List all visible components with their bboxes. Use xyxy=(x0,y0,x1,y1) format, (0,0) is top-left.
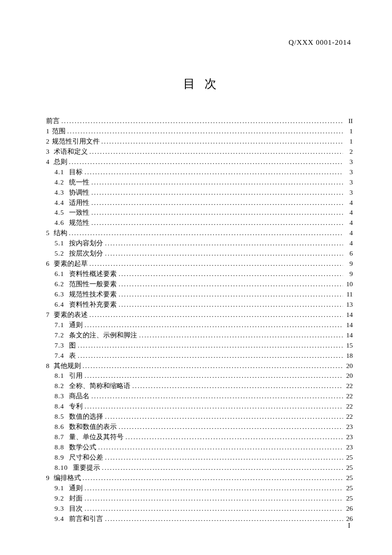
page-title: 目次 xyxy=(46,76,353,92)
toc-entry-label: 4.4适用性 xyxy=(55,198,89,208)
toc-entry-text: 规范性技术要素 xyxy=(69,290,117,298)
toc-entry-number: 8.7 xyxy=(55,432,64,442)
toc-leader-dots xyxy=(105,239,343,248)
toc-entry-page: 10 xyxy=(344,279,353,289)
toc-leader-dots xyxy=(118,269,343,279)
toc-leader-dots xyxy=(118,300,343,310)
toc-entry-page: 3 xyxy=(344,157,353,167)
toc-entry-number: 9 xyxy=(46,473,49,483)
toc-entry-page: 25 xyxy=(344,473,353,483)
toc-entry: 9.1通则25 xyxy=(46,483,353,493)
toc-entry-page: 3 xyxy=(344,177,353,187)
toc-entry-number: 8.6 xyxy=(55,422,64,432)
toc-entry: 6.3规范性技术要素11 xyxy=(46,289,353,299)
toc-leader-dots xyxy=(78,341,343,351)
toc-entry: 4.5一致性4 xyxy=(46,207,353,218)
toc-entry-number: 8.4 xyxy=(55,401,64,411)
toc-entry-page: 25 xyxy=(344,483,353,493)
toc-entry-label: 9.2封面 xyxy=(55,493,83,503)
toc-entry-number: 7.4 xyxy=(55,351,64,361)
toc-entry-text: 尺寸和公差 xyxy=(69,454,103,461)
toc-entry-text: 结构 xyxy=(54,229,67,236)
toc-entry-text: 封面 xyxy=(69,495,83,502)
toc-entry-page: 2 xyxy=(344,147,353,157)
toc-entry-text: 其他规则 xyxy=(54,362,81,369)
toc-entry: 6.1资料性概述要素9 xyxy=(46,269,353,279)
toc-entry-number: 7.1 xyxy=(55,320,64,330)
toc-leader-dots xyxy=(118,422,343,432)
toc-entry-label: 6.1资料性概述要素 xyxy=(55,269,117,279)
toc-entry: 8.7量、单位及其符号23 xyxy=(46,432,353,442)
toc-entry-label: 8.1引用 xyxy=(55,371,83,381)
toc-leader-dots xyxy=(91,178,343,187)
toc-entry-label: 2规范性引用文件 xyxy=(46,136,100,147)
toc-entry-text: 范围性一般要素 xyxy=(69,280,117,288)
toc-leader-dots xyxy=(105,249,343,259)
toc-entry-label: 8.6数和数值的表示 xyxy=(55,422,117,432)
toc-entry-page: 26 xyxy=(344,503,353,514)
toc-leader-dots xyxy=(91,218,343,228)
toc-entry: 8.8数学公式23 xyxy=(46,442,353,452)
toc-entry-number: 8.5 xyxy=(55,411,64,422)
toc-leader-dots xyxy=(83,361,343,371)
toc-entry-label: 6.2范围性一般要素 xyxy=(55,279,117,289)
page-number: I xyxy=(348,522,350,529)
toc-leader-dots xyxy=(83,473,343,483)
toc-entry-page: 4 xyxy=(344,228,353,238)
toc-entry-label: 8.4专利 xyxy=(55,401,83,411)
toc-entry: 8.5数值的选择22 xyxy=(46,411,353,422)
toc-leader-dots xyxy=(105,412,343,422)
toc-entry-page: 14 xyxy=(344,320,353,330)
toc-entry: 8.10重要提示25 xyxy=(46,463,353,473)
toc-entry-label: 7.1通则 xyxy=(55,320,83,330)
toc-leader-dots xyxy=(105,514,343,524)
toc-entry-number: 1 xyxy=(46,126,49,136)
toc-entry: 5.1按内容划分4 xyxy=(46,238,353,248)
toc-entry-label: 4.5一致性 xyxy=(55,207,89,218)
toc-entry-text: 专利 xyxy=(69,403,83,410)
toc-entry-page: 22 xyxy=(344,381,353,391)
toc-entry: 6.4资料性补充要素13 xyxy=(46,299,353,310)
toc-entry-text: 全称、简称和缩略语 xyxy=(69,382,130,389)
toc-entry: 8.6数和数值的表示23 xyxy=(46,422,353,432)
toc-entry-label: 5结构 xyxy=(46,228,67,238)
toc-entry-label: 8.7量、单位及其符号 xyxy=(55,432,124,442)
toc-entry-text: 要素的表述 xyxy=(54,311,88,318)
toc-entry: 2规范性引用文件1 xyxy=(46,136,353,147)
toc-entry-label: 8.8数学公式 xyxy=(55,442,96,452)
toc-leader-dots xyxy=(78,351,343,361)
toc-entry-page: 14 xyxy=(344,310,353,320)
toc-entry-page: 4 xyxy=(344,207,353,218)
toc-entry-label: 6.3规范性技术要素 xyxy=(55,289,117,299)
toc-entry-number: 4.3 xyxy=(55,187,64,198)
toc-entry: 4.3协调性3 xyxy=(46,187,353,198)
toc-entry-page: 23 xyxy=(344,432,353,442)
toc-entry-page: 6 xyxy=(344,248,353,259)
toc-entry: 7.3图15 xyxy=(46,340,353,351)
toc-entry-label: 6.4资料性补充要素 xyxy=(55,299,117,310)
toc-entry: 8.3商品名22 xyxy=(46,391,353,401)
toc-leader-dots xyxy=(84,483,343,493)
toc-entry-page: 3 xyxy=(344,187,353,198)
toc-entry-number: 4.6 xyxy=(55,218,64,228)
toc-entry: 7要素的表述14 xyxy=(46,310,353,320)
toc-entry-page: 25 xyxy=(344,493,353,503)
toc-entry-number: 4 xyxy=(46,157,49,167)
toc-entry-number: 9.3 xyxy=(55,503,64,514)
toc-leader-dots xyxy=(132,381,343,391)
toc-entry-number: 4.5 xyxy=(55,207,64,218)
toc-entry-text: 引用 xyxy=(69,372,83,379)
toc-entry-number: 5 xyxy=(46,228,49,238)
toc-entry-page: 4 xyxy=(344,238,353,248)
toc-leader-dots xyxy=(61,116,343,126)
toc-leader-dots xyxy=(84,320,343,330)
toc-entry-label: 4总则 xyxy=(46,157,67,167)
toc-entry: 7.2条文的注、示例和脚注14 xyxy=(46,330,353,340)
toc-entry-number: 3 xyxy=(46,147,49,157)
toc-entry: 3术语和定义2 xyxy=(46,147,353,157)
toc-entry-number: 8.8 xyxy=(55,442,64,452)
toc-entry-label: 9编排格式 xyxy=(46,473,81,483)
toc-entry-page: 22 xyxy=(344,401,353,411)
toc-entry: 8.1引用20 xyxy=(46,371,353,381)
toc-entry-text: 一致性 xyxy=(69,209,89,216)
